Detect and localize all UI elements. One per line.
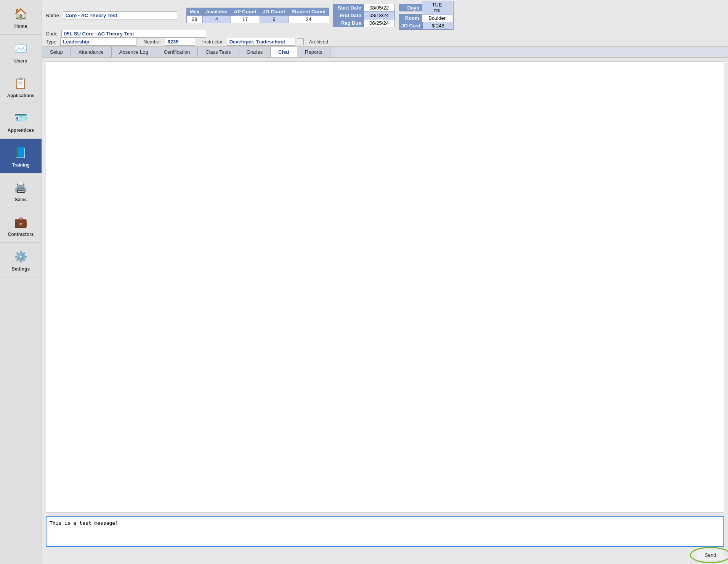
code-label: Code bbox=[43, 30, 60, 37]
reg-due-value: 06/25/24 bbox=[364, 19, 394, 27]
tabs-bar: SetupAttendanceAbsence LogCertificationC… bbox=[42, 46, 728, 58]
ap-count-col: AP Count 17 bbox=[231, 8, 260, 23]
days-value: TUE FRI bbox=[422, 1, 452, 14]
content-area: Send bbox=[42, 58, 728, 564]
sidebar-item-contractors[interactable]: 💼 Contractors bbox=[0, 208, 42, 243]
type-value: Leadership bbox=[60, 38, 136, 46]
start-date-label: Start Date bbox=[334, 4, 364, 11]
sidebar: 🏠 Home ✉️ Users 📋 Applications 🪪 Apprent… bbox=[0, 0, 42, 564]
start-date-value: 08/05/22 bbox=[364, 4, 394, 11]
jo-cost-label: JO Cost bbox=[399, 22, 423, 29]
users-icon: ✉️ bbox=[13, 40, 29, 57]
ap-count-value: 17 bbox=[231, 16, 260, 23]
available-col: Available 4 bbox=[203, 8, 231, 23]
max-col: Max 28 bbox=[187, 8, 203, 23]
number-label: Number bbox=[141, 38, 163, 45]
tab-absence-log[interactable]: Absence Log bbox=[112, 47, 156, 57]
room-value: Boulder bbox=[422, 14, 452, 22]
sidebar-label-users: Users bbox=[14, 58, 27, 64]
jo-cost-value: $ 248 bbox=[423, 22, 453, 29]
send-row: Send bbox=[46, 550, 724, 560]
header-row-2: Code 05L SU Core - AC Theory Test bbox=[43, 30, 726, 38]
apprentices-icon: 🪪 bbox=[13, 109, 29, 126]
sales-icon: 🖨️ bbox=[13, 179, 29, 195]
archived-checkbox[interactable] bbox=[297, 38, 304, 45]
archived-label: Archived bbox=[307, 38, 331, 45]
jo-count-value: 6 bbox=[260, 16, 289, 23]
days-label: Days bbox=[399, 4, 422, 11]
number-value: 6235 bbox=[165, 38, 195, 46]
start-date-row: Start Date 08/05/22 bbox=[334, 4, 394, 12]
sidebar-label-training: Training bbox=[12, 162, 30, 168]
sidebar-item-users[interactable]: ✉️ Users bbox=[0, 35, 42, 69]
jo-count-col: JO Count 6 bbox=[260, 8, 289, 23]
sidebar-item-sales[interactable]: 🖨️ Sales bbox=[0, 173, 42, 208]
sidebar-item-home[interactable]: 🏠 Home bbox=[0, 0, 42, 35]
chat-messages bbox=[46, 61, 724, 513]
student-count-col: Student Count 24 bbox=[289, 8, 329, 23]
max-label: Max bbox=[187, 8, 202, 16]
end-date-value: 03/18/24 bbox=[364, 12, 394, 19]
name-label: Name bbox=[43, 12, 61, 19]
instructor-label: Instructor bbox=[200, 38, 225, 45]
tab-reports[interactable]: Reports bbox=[297, 47, 330, 57]
jo-count-label: JO Count bbox=[260, 8, 289, 16]
stats-block: Max 28 Available 4 AP Count 17 JO Count … bbox=[186, 8, 329, 23]
end-date-label: End Date bbox=[334, 12, 364, 19]
jo-cost-row: JO Cost $ 248 bbox=[399, 22, 454, 29]
code-value: 05L SU Core - AC Theory Test bbox=[61, 30, 206, 38]
ap-count-label: AP Count bbox=[231, 8, 260, 16]
max-value: 28 bbox=[187, 16, 202, 23]
applications-icon: 📋 bbox=[13, 75, 29, 91]
days-row: Days TUE FRI bbox=[399, 1, 454, 14]
student-count-label: Student Count bbox=[289, 8, 329, 16]
sidebar-item-apprentices[interactable]: 🪪 Apprentices bbox=[0, 104, 42, 139]
reg-due-row: Reg Due 06/25/24 bbox=[334, 19, 394, 27]
available-label: Available bbox=[203, 8, 231, 16]
dates-block: Start Date 08/05/22 End Date 03/18/24 Re… bbox=[333, 4, 395, 27]
room-label: Room bbox=[399, 14, 422, 22]
room-row: Room Boulder bbox=[399, 14, 454, 22]
end-date-row: End Date 03/18/24 bbox=[334, 12, 394, 19]
sidebar-label-apprentices: Apprentices bbox=[8, 128, 34, 133]
header-row-3: Type Leadership Number 6235 Instructor D… bbox=[43, 38, 726, 46]
contractors-icon: 💼 bbox=[13, 213, 29, 230]
student-count-value: 24 bbox=[289, 16, 329, 23]
header-panel: Name Core - AC Theory Test Max 28 Availa… bbox=[42, 0, 728, 46]
tab-certification[interactable]: Certification bbox=[156, 47, 198, 57]
header-row-1: Name Core - AC Theory Test Max 28 Availa… bbox=[43, 1, 726, 30]
sidebar-label-contractors: Contractors bbox=[8, 232, 34, 237]
type-label: Type bbox=[43, 38, 59, 45]
tab-chat[interactable]: Chat bbox=[271, 47, 297, 57]
sidebar-label-sales: Sales bbox=[15, 197, 27, 202]
sidebar-label-settings: Settings bbox=[12, 266, 30, 272]
instructor-value: Developer, Tradeschool bbox=[227, 38, 295, 46]
send-button-wrapper: Send bbox=[697, 550, 724, 560]
message-input[interactable] bbox=[46, 516, 724, 547]
tab-class-tests[interactable]: Class Tests bbox=[198, 47, 239, 57]
sidebar-label-home: Home bbox=[14, 24, 27, 29]
sidebar-item-applications[interactable]: 📋 Applications bbox=[0, 69, 42, 104]
reg-due-label: Reg Due bbox=[334, 19, 364, 27]
chat-input-area: Send bbox=[46, 516, 724, 560]
name-value: Core - AC Theory Test bbox=[63, 11, 177, 19]
tab-setup[interactable]: Setup bbox=[42, 47, 71, 57]
tab-grades[interactable]: Grades bbox=[239, 47, 271, 57]
tab-attendance[interactable]: Attendance bbox=[71, 47, 112, 57]
send-button[interactable]: Send bbox=[697, 550, 724, 560]
sidebar-item-settings[interactable]: ⚙️ Settings bbox=[0, 243, 42, 277]
sidebar-label-applications: Applications bbox=[7, 93, 34, 98]
available-value: 4 bbox=[203, 16, 231, 23]
right-info-block: Days TUE FRI Room Boulder JO Cost $ 248 bbox=[399, 1, 454, 30]
settings-icon: ⚙️ bbox=[13, 248, 29, 265]
main-content: Name Core - AC Theory Test Max 28 Availa… bbox=[42, 0, 728, 564]
training-icon: 📘 bbox=[13, 144, 29, 161]
home-icon: 🏠 bbox=[13, 5, 29, 22]
sidebar-item-training[interactable]: 📘 Training bbox=[0, 139, 42, 173]
